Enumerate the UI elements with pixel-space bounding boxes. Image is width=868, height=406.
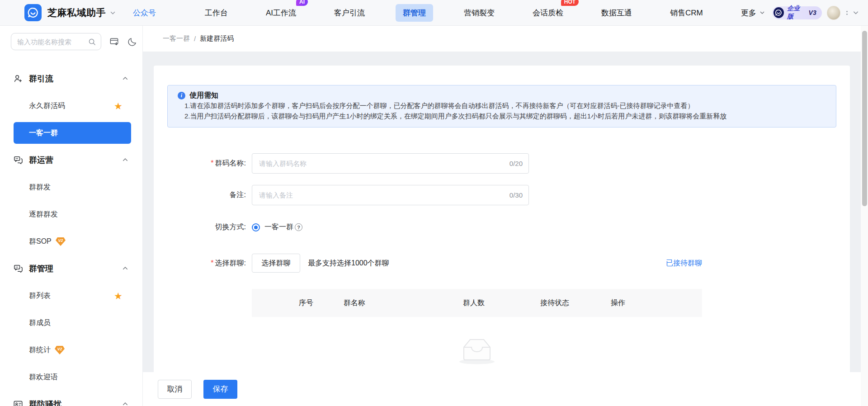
field-label-remark: 备注: <box>167 190 252 200</box>
chevron-up-icon[interactable] <box>122 76 128 82</box>
code-name-counter: 0/20 <box>509 160 523 167</box>
field-label-switch-mode: 切换方式: <box>167 222 252 232</box>
notice-title: 使用需知 <box>189 91 218 100</box>
nav-item-marketing-fission[interactable]: 营销裂变 <box>457 4 502 22</box>
info-icon: i <box>178 92 185 99</box>
sidebar-item-group-list[interactable]: 群列表 ★ <box>0 282 142 309</box>
sidebar-menu: 群引流 永久群活码 ★ 一客一群 群运营 群群发 逐群群发 <box>0 65 142 406</box>
main-nav: 工作台 AI工作流AI 客户引流 群管理 营销裂变 会话质检HOT 数据互通 销… <box>174 4 772 22</box>
field-label-select-chats: *选择群聊: <box>167 259 252 268</box>
chats-table: 序号 群名称 群人数 接待状态 操作 暂无数据 <box>252 289 702 382</box>
breadcrumb-parent[interactable]: 一客一群 <box>163 34 190 43</box>
official-account-link[interactable]: 公众号 <box>133 8 156 18</box>
remark-counter: 0/30 <box>509 191 523 199</box>
chevron-down-icon[interactable] <box>110 10 116 16</box>
column-header-index: 序号 <box>299 289 313 317</box>
dark-mode-moon-icon[interactable] <box>127 37 137 47</box>
nav-item-more[interactable]: 更多 <box>734 4 772 22</box>
sidebar-section-group-anti-harassment[interactable]: 群防骚扰 <box>0 391 142 406</box>
column-header-member-count: 群人数 <box>463 289 485 317</box>
sidebar-item-group-welcome-message[interactable]: 群欢迎语 <box>0 364 142 391</box>
plan-logo-icon <box>774 7 784 18</box>
nav-item-sales-crm[interactable]: 销售CRM <box>663 4 710 22</box>
chat-bubbles-icon <box>13 155 23 165</box>
table-header: 序号 群名称 群人数 接待状态 操作 <box>252 289 702 317</box>
field-label-code-name: *群码名称: <box>167 159 252 168</box>
group-code-form: *群码名称: 0/20 备注: 0/30 切换方式: 一客一群 ? <box>167 153 836 382</box>
topnav-right: 企业版 V3 <box>772 6 859 20</box>
sidebar: 群引流 永久群活码 ★ 一客一群 群运营 群群发 逐群群发 <box>0 26 143 406</box>
main-content: 一客一群 / 新建群活码 i 使用需知 1.请在添加群活码时添加多个群聊，客户扫… <box>143 26 868 406</box>
sidebar-item-group-sop[interactable]: 群SOP V2 <box>0 228 142 255</box>
vertical-dots-icon[interactable] <box>846 11 848 15</box>
v2-gem-badge: V2 <box>55 237 66 246</box>
nav-item-chat-inspection[interactable]: 会话质检HOT <box>525 4 571 22</box>
sidebar-item-one-customer-one-group[interactable]: 一客一群 <box>0 119 142 146</box>
top-navbar: 芝麻私域助手 公众号 工作台 AI工作流AI 客户引流 群管理 营销裂变 会话质… <box>0 0 868 26</box>
search-input[interactable] <box>17 38 88 46</box>
select-chats-button[interactable]: 选择群聊 <box>252 254 300 273</box>
chat-smiley-icon <box>27 7 39 19</box>
ai-badge: AI <box>296 0 308 6</box>
chevron-up-icon[interactable] <box>122 401 128 406</box>
star-icon[interactable]: ★ <box>114 101 123 111</box>
code-name-input[interactable] <box>252 154 528 173</box>
page-scrollbar-thumb[interactable] <box>862 31 867 206</box>
sidebar-item-group-members[interactable]: 群成员 <box>0 309 142 336</box>
column-header-group-name: 群名称 <box>344 289 365 317</box>
sidebar-section-group-acquisition[interactable]: 群引流 <box>0 65 142 92</box>
brand-name: 芝麻私域助手 <box>47 6 106 19</box>
remark-input[interactable] <box>252 185 528 205</box>
sidebar-item-group-statistics[interactable]: 群统计 V2 <box>0 336 142 364</box>
sidebar-item-group-by-group-send[interactable]: 逐群群发 <box>0 201 142 228</box>
action-footer: 取消 保存 <box>143 372 861 406</box>
remark-field: 0/30 <box>252 185 529 205</box>
plan-badge[interactable]: 企业版 V3 <box>772 6 822 19</box>
collapse-panel-icon[interactable] <box>109 37 119 47</box>
cancel-button[interactable]: 取消 <box>158 380 192 399</box>
sidebar-item-permanent-group-code[interactable]: 永久群活码 ★ <box>0 92 142 119</box>
nav-item-group-management[interactable]: 群管理 <box>396 4 433 22</box>
breadcrumb: 一客一群 / 新建群活码 <box>143 26 868 52</box>
radio-selected[interactable] <box>252 223 260 231</box>
save-button[interactable]: 保存 <box>203 380 237 399</box>
svg-text:V2: V2 <box>57 347 62 351</box>
v2-gem-badge: V2 <box>54 345 65 355</box>
notice-line-1: 1.请在添加群活码时添加多个群聊，客户扫码后会按序分配一个群聊，已分配客户的群聊… <box>184 100 827 111</box>
help-question-icon[interactable]: ? <box>295 223 302 231</box>
form-card: i 使用需知 1.请在添加群活码时添加多个群聊，客户扫码后会按序分配一个群聊，已… <box>154 66 850 406</box>
empty-box-icon <box>458 336 496 367</box>
plan-name: 企业版 <box>787 5 806 21</box>
chevron-up-icon[interactable] <box>122 265 128 272</box>
sidebar-item-group-mass-send[interactable]: 群群发 <box>0 174 142 201</box>
plan-version: V3 <box>809 9 816 16</box>
chevron-up-icon[interactable] <box>122 157 128 163</box>
nav-item-workbench[interactable]: 工作台 <box>198 4 235 22</box>
nav-item-data-interchange[interactable]: 数据互通 <box>594 4 639 22</box>
sidebar-search[interactable] <box>11 33 101 50</box>
received-chats-link[interactable]: 已接待群聊 <box>666 259 702 268</box>
breadcrumb-separator: / <box>194 35 196 42</box>
column-header-actions: 操作 <box>611 289 625 317</box>
app-logo <box>24 4 42 21</box>
usage-notice: i 使用需知 1.请在添加群活码时添加多个群聊，客户扫码后会按序分配一个群聊，已… <box>167 85 836 127</box>
svg-text:V2: V2 <box>58 238 63 243</box>
user-plus-icon <box>13 74 23 84</box>
column-header-reception-status: 接待状态 <box>540 289 569 317</box>
brand[interactable]: 芝麻私域助手 <box>24 4 116 21</box>
sidebar-section-group-operation[interactable]: 群运营 <box>0 146 142 174</box>
id-card-icon <box>13 399 23 406</box>
notice-line-2: 2.当用户扫活码分配群聊后，该群聊会与扫码用户产生1小时的绑定关系，在绑定期间用… <box>184 111 827 121</box>
breadcrumb-current: 新建群活码 <box>200 34 234 43</box>
chevron-down-icon[interactable] <box>853 9 859 16</box>
sidebar-section-group-management[interactable]: 群管理 <box>0 255 142 282</box>
code-name-field: 0/20 <box>252 153 529 174</box>
sidebar-toolbar <box>0 26 142 50</box>
user-avatar[interactable] <box>827 6 840 20</box>
page-scrollbar-track[interactable] <box>861 26 868 406</box>
chat-bubbles-icon <box>13 264 23 274</box>
nav-item-ai-workflow[interactable]: AI工作流AI <box>259 4 303 22</box>
star-icon[interactable]: ★ <box>114 291 123 301</box>
select-chats-hint: 最多支持选择1000个群聊 <box>308 259 389 268</box>
nav-item-customer-acquisition[interactable]: 客户引流 <box>327 4 372 22</box>
